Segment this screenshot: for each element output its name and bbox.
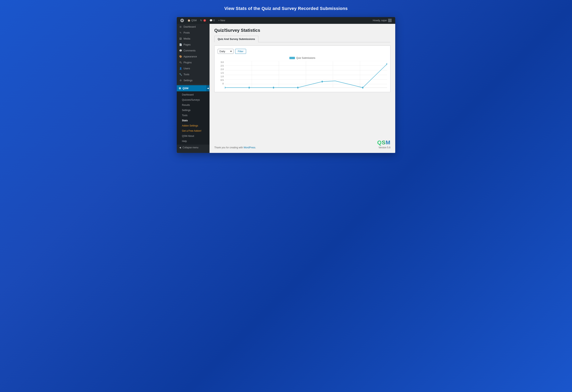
site-name-button[interactable]: 🏠 QSM <box>186 17 198 24</box>
sidebar-item-users[interactable]: 👤 Users <box>177 65 209 72</box>
sidebar-submenu-free-addon[interactable]: Get a Free Addon! <box>177 128 209 133</box>
footer-right: QSM Version 5.6 <box>377 140 390 149</box>
y-label-4: 1.0 <box>221 75 224 78</box>
sidebar-item-label: Users <box>184 67 190 70</box>
qsm-m-letter: M <box>386 140 390 146</box>
sidebar-item-media[interactable]: 🖼 Media <box>177 36 209 42</box>
sidebar-item-dashboard[interactable]: ⊞ Dashboard <box>177 24 209 30</box>
admin-bar-left: W 🏠 QSM ↻ 2 💬 0 + New <box>179 17 370 24</box>
sidebar-item-posts[interactable]: ✎ Posts <box>177 30 209 36</box>
svg-point-12 <box>225 87 225 89</box>
filter-button[interactable]: Filter <box>235 49 246 54</box>
settings-icon: ⚙ <box>179 79 182 82</box>
filter-select[interactable]: Daily Weekly Monthly <box>218 49 234 54</box>
svg-point-17 <box>362 87 364 89</box>
legend-color <box>289 57 295 59</box>
version-text: Version 5.6 <box>379 146 390 149</box>
updates-badge: 2 <box>203 19 206 22</box>
wp-logo-icon: W <box>180 19 184 22</box>
sidebar-qsm-header[interactable]: ⊞ QSM ◀ <box>177 85 209 91</box>
sidebar-submenu-tools[interactable]: Tools <box>177 113 209 118</box>
updates-button[interactable]: ↻ 2 <box>199 17 207 24</box>
svg-point-16 <box>321 81 323 82</box>
chart-area <box>225 61 387 89</box>
y-label-3: 1.5 <box>221 72 224 74</box>
wp-link[interactable]: WordPress <box>243 146 255 149</box>
sidebar-submenu-stats[interactable]: Stats <box>177 118 209 123</box>
new-content-button[interactable]: + New <box>217 17 227 24</box>
updates-icon: ↻ <box>200 19 202 22</box>
chart-container: Daily Weekly Monthly Filter Quiz Submiss… <box>214 46 390 92</box>
y-label-6: 0 <box>222 82 224 85</box>
page-headline: View Stats of the Quiz and Survey Record… <box>224 6 348 11</box>
admin-bar: W 🏠 QSM ↻ 2 💬 0 + New Howdy, sajan <box>177 17 395 24</box>
qsm-arrow-icon: ◀ <box>206 85 209 91</box>
new-label: + New <box>218 19 225 22</box>
sidebar-submenu-about[interactable]: QSM About <box>177 133 209 139</box>
sidebar-item-label: Dashboard <box>184 25 196 28</box>
sidebar-submenu-help[interactable]: Help <box>177 139 209 144</box>
comments-count: 0 <box>213 19 215 22</box>
avatar <box>388 19 392 22</box>
y-label-2: 2.0 <box>221 68 224 70</box>
qsm-header-icon: ⊞ <box>179 87 181 90</box>
qsm-header-label: QSM <box>183 87 189 90</box>
chart-svg <box>225 61 387 89</box>
sidebar-submenu-results[interactable]: Results <box>177 102 209 108</box>
sidebar-submenu: Dashboard Quizzes/Surveys Results Settin… <box>177 91 209 144</box>
dashboard-icon: ⊞ <box>179 25 182 28</box>
sidebar-item-label: Posts <box>184 31 190 34</box>
main-content: Quiz/Survey Statistics Quiz And Survey S… <box>209 24 395 153</box>
sidebar: ⊞ Dashboard ✎ Posts 🖼 Media 📄 Pages 💬 Co… <box>177 24 209 153</box>
posts-icon: ✎ <box>179 31 182 34</box>
collapse-icon: ◀ <box>179 146 181 149</box>
svg-point-13 <box>248 87 250 89</box>
footer-bar: Thank you for creating with WordPress. Q… <box>214 135 390 149</box>
howdy-section[interactable]: Howdy, sajan <box>371 17 393 24</box>
svg-point-15 <box>297 87 299 89</box>
sidebar-item-settings[interactable]: ⚙ Settings <box>177 78 209 83</box>
comments-icon: 💬 <box>179 49 182 52</box>
qsm-q-letter: Q <box>377 140 382 146</box>
plugins-icon: 🔌 <box>179 61 182 64</box>
wp-window: W 🏠 QSM ↻ 2 💬 0 + New Howdy, sajan <box>177 17 395 153</box>
collapse-label: Collapse menu <box>183 146 198 149</box>
sidebar-submenu-settings[interactable]: Settings <box>177 108 209 113</box>
sidebar-divider <box>177 84 209 84</box>
y-label-1: 2.5 <box>221 64 224 67</box>
comments-icon: 💬 <box>209 19 212 22</box>
sidebar-item-label: Tools <box>184 73 189 76</box>
qsm-s-letter: S <box>382 140 386 146</box>
sidebar-submenu-quizzes[interactable]: Quizzes/Surveys <box>177 97 209 102</box>
svg-point-14 <box>273 87 274 89</box>
wp-logo-button[interactable]: W <box>179 17 186 24</box>
sidebar-item-pages[interactable]: 📄 Pages <box>177 42 209 48</box>
sidebar-item-comments[interactable]: 💬 Comments <box>177 48 209 54</box>
sidebar-item-label: Settings <box>184 79 192 82</box>
collapse-menu-button[interactable]: ◀ Collapse menu <box>177 144 209 151</box>
tabs-row: Quiz And Survey Submissions <box>214 36 390 42</box>
chart-y-axis: 3.0 2.5 2.0 1.5 1.0 0.5 0 <box>218 61 225 85</box>
admin-bar-right: Howdy, sajan <box>371 17 393 24</box>
appearance-icon: 🎨 <box>179 55 182 58</box>
pages-icon: 📄 <box>179 43 182 46</box>
page-title: Quiz/Survey Statistics <box>214 28 390 33</box>
tools-icon: 🔧 <box>179 73 182 76</box>
sidebar-item-label: Comments <box>184 49 195 52</box>
sidebar-submenu-addon[interactable]: Addon Settings <box>177 123 209 128</box>
y-label-0: 3.0 <box>221 61 224 63</box>
sidebar-item-tools[interactable]: 🔧 Tools <box>177 72 209 78</box>
wp-body: ⊞ Dashboard ✎ Posts 🖼 Media 📄 Pages 💬 Co… <box>177 24 395 153</box>
sidebar-item-label: Plugins <box>184 61 192 64</box>
footer-text: Thank you for creating with WordPress. <box>214 146 256 149</box>
tab-submissions[interactable]: Quiz And Survey Submissions <box>214 36 258 42</box>
sidebar-item-plugins[interactable]: 🔌 Plugins <box>177 60 209 65</box>
y-label-5: 0.5 <box>221 79 224 81</box>
comments-button[interactable]: 💬 0 <box>208 17 216 24</box>
sidebar-item-label: Appearance <box>184 55 197 58</box>
legend-label: Quiz Submissions <box>296 57 315 59</box>
sidebar-item-label: Pages <box>184 43 191 46</box>
sidebar-item-appearance[interactable]: 🎨 Appearance <box>177 54 209 60</box>
sidebar-submenu-dashboard[interactable]: Dashboard <box>177 92 209 97</box>
howdy-text: Howdy, sajan <box>373 19 387 22</box>
